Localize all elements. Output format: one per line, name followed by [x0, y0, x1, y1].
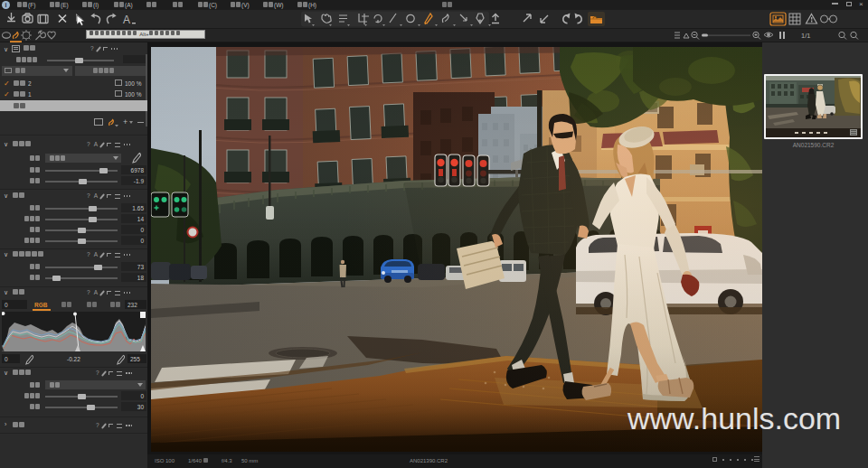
svg-text:A: A: [123, 14, 130, 26]
svg-text:1/1: 1/1: [801, 32, 810, 40]
